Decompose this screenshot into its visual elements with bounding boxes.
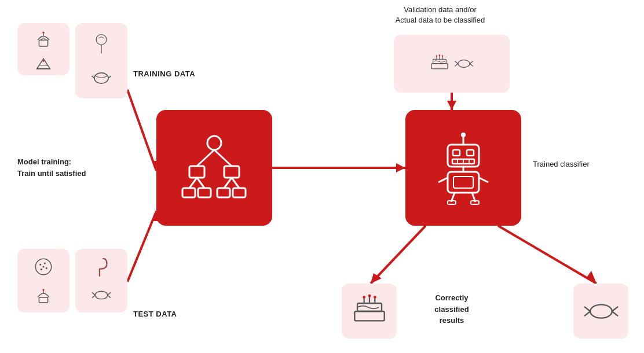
svg-point-72 [439,54,441,56]
cookie-icon [32,256,54,278]
svg-point-17 [42,60,44,62]
robot-icon [426,130,501,205]
cupcake-icon [32,28,54,50]
svg-point-28 [42,266,44,267]
svg-rect-47 [198,188,211,197]
svg-point-27 [41,269,42,270]
svg-point-14 [42,32,44,34]
svg-point-86 [374,296,376,299]
validation-data-box [394,35,510,93]
svg-point-18 [96,34,107,45]
lollipop-icon [90,33,112,55]
svg-line-44 [224,178,232,188]
svg-rect-29 [39,297,47,302]
svg-line-10 [498,226,597,284]
svg-line-21 [92,76,94,78]
svg-line-35 [108,292,111,295]
svg-point-84 [363,296,365,299]
svg-line-42 [189,178,197,188]
svg-line-2 [127,211,156,282]
output-cake-icon [349,291,390,332]
training-data-box-top [17,23,69,75]
model-training-label: Model training:Train until satisfied [17,156,86,179]
svg-rect-40 [189,166,204,178]
svg-line-67 [479,178,488,182]
cupcake2-icon [32,284,54,306]
svg-line-91 [584,311,590,316]
wrapped-candy-icon [90,284,112,306]
output-candy-box [573,284,628,339]
cake-slice-icon [32,52,54,74]
decision-tree-box [156,110,272,226]
svg-line-33 [92,292,95,295]
svg-line-8 [371,226,426,284]
svg-rect-53 [453,150,460,156]
decision-tree-icon [177,130,252,205]
svg-marker-5 [396,163,405,172]
svg-marker-9 [371,273,382,284]
svg-rect-65 [471,201,479,204]
output-cake-box [342,284,397,339]
svg-rect-12 [39,40,47,46]
svg-line-38 [197,150,214,166]
svg-point-51 [461,133,466,137]
correctly-classified-label: Correctlyclassifiedresults [405,292,498,326]
svg-line-66 [438,178,448,182]
svg-point-20 [94,72,108,83]
svg-rect-46 [182,188,195,197]
round-candy-icon [90,67,112,89]
svg-rect-60 [448,172,479,193]
svg-line-43 [197,178,204,188]
svg-rect-61 [453,176,473,188]
svg-point-71 [436,55,438,57]
training-data-label: TRAINING DATA [133,69,195,78]
svg-line-34 [92,295,95,298]
svg-line-92 [612,306,618,311]
svg-point-73 [442,55,444,57]
svg-line-0 [127,90,156,171]
svg-point-76 [458,60,470,68]
svg-point-89 [590,304,612,318]
svg-point-32 [95,291,107,299]
validation-data-label: Validation data and/orActual data to be … [376,5,504,25]
test-data-box-bottom [17,249,69,312]
svg-point-37 [207,136,221,150]
svg-point-31 [42,289,44,291]
svg-rect-88 [354,311,384,321]
svg-rect-64 [448,201,456,204]
test-data-label: TEST DATA [133,310,177,318]
svg-rect-41 [224,166,239,178]
svg-line-77 [455,61,458,64]
svg-line-45 [232,178,239,188]
svg-line-36 [108,295,111,298]
svg-marker-7 [447,101,456,110]
output-candy-icon [581,294,621,329]
training-data-box-top2 [75,23,127,98]
svg-point-26 [46,267,47,269]
svg-marker-11 [586,271,597,284]
trained-classifier-label: Trained classifier [533,159,590,170]
birthday-cake-icon [429,53,451,75]
svg-rect-54 [467,150,474,156]
test-data-box-bottom2 [75,249,127,312]
robot-box [405,110,521,226]
svg-rect-49 [233,188,246,197]
svg-line-78 [455,64,458,66]
svg-point-24 [39,263,41,265]
diagram: TRAINING DATA [0,0,644,353]
svg-line-90 [584,306,590,311]
svg-line-80 [470,64,473,66]
candy-wrapper-icon [453,53,475,75]
svg-line-93 [612,311,618,316]
svg-rect-75 [431,64,448,69]
svg-line-79 [470,61,473,64]
svg-line-39 [214,150,232,166]
candy-cane-icon [90,256,112,278]
svg-point-85 [368,294,371,297]
svg-point-25 [44,262,46,264]
svg-line-22 [108,76,111,78]
svg-rect-48 [217,188,230,197]
